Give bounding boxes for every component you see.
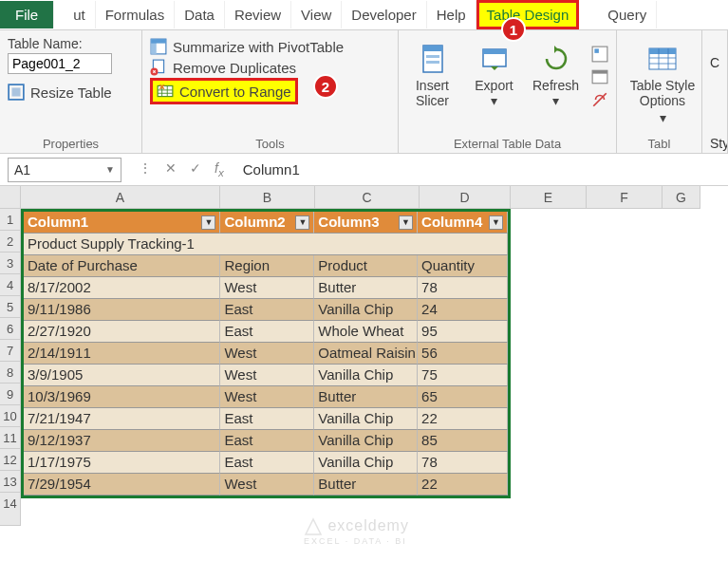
table-row[interactable]: 9/12/1937EastVanilla Chip85	[24, 430, 508, 452]
dots-icon[interactable]: ⋮	[139, 160, 152, 178]
table-cell[interactable]: East	[220, 321, 314, 343]
col-header[interactable]: C	[315, 186, 420, 209]
browser-icon[interactable]	[591, 68, 608, 85]
table-row[interactable]: 9/11/1986EastVanilla Chip24	[24, 299, 508, 321]
table-cell[interactable]: 10/3/1969	[24, 386, 220, 408]
resize-table-button[interactable]: Resize Table	[8, 84, 134, 101]
table-cell[interactable]: Vanilla Chip	[314, 452, 418, 474]
table-cell[interactable]: 7/21/1947	[24, 408, 220, 430]
tab-query[interactable]: Query	[598, 1, 657, 28]
table-header-cell[interactable]: Column1▼	[24, 212, 220, 234]
row-header[interactable]: 12	[0, 449, 21, 471]
table-cell[interactable]: 78	[418, 277, 508, 299]
row-header[interactable]: 13	[0, 471, 21, 493]
table-cell[interactable]: 8/17/2002	[24, 277, 220, 299]
table-cell[interactable]: 95	[418, 321, 508, 343]
col-header[interactable]: F	[587, 186, 663, 209]
table-cell[interactable]: Butter	[314, 386, 418, 408]
row-header[interactable]: 11	[0, 427, 21, 449]
row-header[interactable]: 6	[0, 318, 21, 340]
refresh-button[interactable]: Refresh▾	[530, 42, 582, 108]
table-cell[interactable]: Vanilla Chip	[314, 408, 418, 430]
table-cell[interactable]: Vanilla Chip	[314, 299, 418, 321]
title-cell[interactable]: Product Supply Tracking-1	[24, 234, 508, 255]
table-name-input[interactable]	[8, 53, 112, 74]
tab-data[interactable]: Data	[175, 1, 225, 28]
export-button[interactable]: Export▾	[468, 42, 520, 108]
table-cell[interactable]: Oatmeal Raisin	[314, 343, 418, 365]
table-header-cell[interactable]: Column2▼	[220, 212, 314, 234]
row-header[interactable]: 5	[0, 296, 21, 318]
table-style-options-button[interactable]: Table Style Options ▾	[625, 42, 700, 125]
table-cell[interactable]: West	[220, 386, 314, 408]
table-row[interactable]: 2/27/1920EastWhole Wheat95	[24, 321, 508, 343]
table-cell[interactable]: 9/12/1937	[24, 430, 220, 452]
name-box-dropdown-icon[interactable]: ▼	[105, 164, 115, 175]
table-row[interactable]: Product Supply Tracking-1	[24, 234, 508, 255]
table-row[interactable]: 10/3/1969WestButter65	[24, 386, 508, 408]
table-row[interactable]: 2/14/1911WestOatmeal Raisin56	[24, 343, 508, 365]
unlink-icon[interactable]	[591, 91, 608, 108]
table-cell[interactable]: Butter	[314, 474, 418, 496]
row-header[interactable]: 14	[0, 493, 21, 526]
table-header-cell[interactable]: Column3▼	[314, 212, 418, 234]
table-cell[interactable]: West	[220, 277, 314, 299]
col-header[interactable]: B	[220, 186, 315, 209]
tab-review[interactable]: Review	[225, 1, 291, 28]
excel-table[interactable]: Column1▼ Column2▼ Column3▼ Column4▼ Prod…	[21, 209, 511, 498]
remove-duplicates-button[interactable]: Remove Duplicates	[150, 57, 390, 78]
row-header[interactable]: 9	[0, 384, 21, 405]
table-cell[interactable]: 78	[418, 452, 508, 474]
filter-dropdown-icon[interactable]: ▼	[201, 215, 215, 230]
table-cell[interactable]: 2/27/1920	[24, 321, 220, 343]
row-header[interactable]: 3	[0, 253, 21, 274]
row-header[interactable]: 10	[0, 405, 21, 427]
tab-help[interactable]: Help	[427, 1, 476, 28]
table-cell[interactable]: West	[220, 365, 314, 386]
table-cell[interactable]: Vanilla Chip	[314, 365, 418, 386]
table-row[interactable]: 1/17/1975EastVanilla Chip78	[24, 452, 508, 474]
table-cell[interactable]: 65	[418, 386, 508, 408]
filter-dropdown-icon[interactable]: ▼	[295, 215, 309, 230]
formula-bar[interactable]: Column1	[233, 161, 728, 178]
tab-table-design[interactable]: Table Design	[476, 0, 580, 29]
table-cell[interactable]: West	[220, 474, 314, 496]
table-cell[interactable]: Product	[314, 255, 418, 277]
table-row[interactable]: Date of PurchaseRegionProductQuantity	[24, 255, 508, 277]
filter-dropdown-icon[interactable]: ▼	[489, 215, 503, 230]
tab-formulas[interactable]: Formulas	[96, 1, 176, 28]
col-header[interactable]: A	[21, 186, 220, 209]
table-cell[interactable]: Vanilla Chip	[314, 430, 418, 452]
table-cell[interactable]: East	[220, 452, 314, 474]
accept-icon[interactable]: ✓	[190, 160, 201, 178]
fx-icon[interactable]: fx	[215, 160, 224, 178]
select-all-corner[interactable]	[0, 186, 21, 209]
table-cell[interactable]: Whole Wheat	[314, 321, 418, 343]
table-row[interactable]: 3/9/1905WestVanilla Chip75	[24, 365, 508, 386]
table-cell[interactable]: East	[220, 299, 314, 321]
table-cell[interactable]: Butter	[314, 277, 418, 299]
table-cell[interactable]: 1/17/1975	[24, 452, 220, 474]
tab-file[interactable]: File	[0, 1, 54, 28]
properties-icon[interactable]	[591, 46, 608, 63]
table-cell[interactable]: East	[220, 430, 314, 452]
tab-truncated[interactable]: ut	[54, 1, 96, 28]
row-header[interactable]: 8	[0, 362, 21, 384]
tab-developer[interactable]: Developer	[342, 1, 426, 28]
name-box[interactable]: A1 ▼	[8, 158, 121, 182]
table-cell[interactable]: 85	[418, 430, 508, 452]
col-header[interactable]: E	[511, 186, 587, 209]
convert-to-range-button[interactable]: Convert to Range	[150, 78, 298, 104]
table-cell[interactable]: 24	[418, 299, 508, 321]
table-cell[interactable]: 22	[418, 474, 508, 496]
table-cell[interactable]: Region	[220, 255, 314, 277]
col-header[interactable]: G	[663, 186, 700, 209]
table-cell[interactable]: 75	[418, 365, 508, 386]
table-row[interactable]: 7/29/1954WestButter22	[24, 474, 508, 496]
table-cell[interactable]: 3/9/1905	[24, 365, 220, 386]
table-row[interactable]: 8/17/2002WestButter78	[24, 277, 508, 299]
tab-view[interactable]: View	[291, 1, 342, 28]
table-cell[interactable]: 9/11/1986	[24, 299, 220, 321]
table-cell[interactable]: Date of Purchase	[24, 255, 220, 277]
col-header[interactable]: D	[420, 186, 511, 209]
